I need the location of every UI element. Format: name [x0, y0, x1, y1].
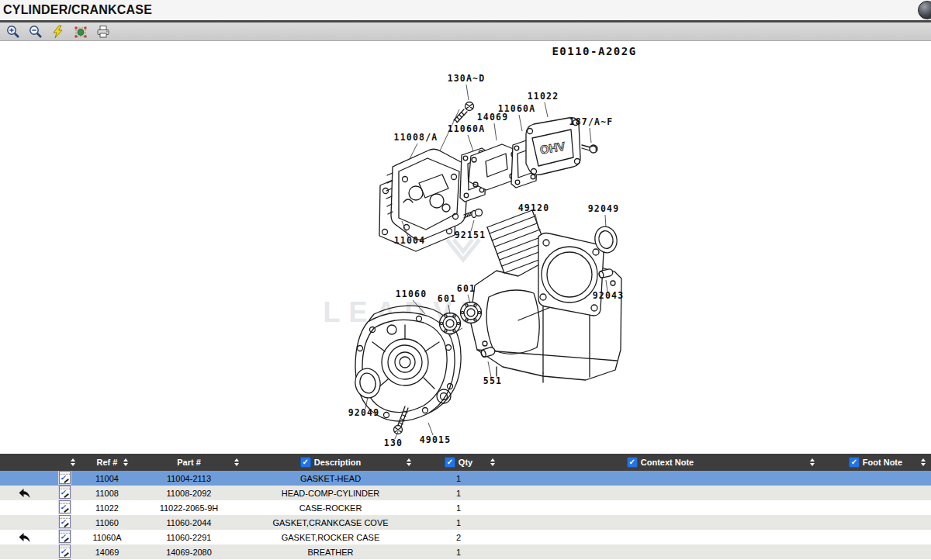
part-label[interactable]: 92151 [455, 230, 486, 240]
cell-part: 11060-2291 [133, 530, 244, 544]
column-label: Context Note [641, 458, 694, 467]
print-icon [96, 25, 110, 39]
cell-context [500, 515, 820, 530]
cell-foot [820, 500, 931, 515]
cell-desc: GASKET,ROCKER CASE [244, 530, 417, 544]
part-label[interactable]: 14069 [477, 112, 509, 123]
column-checkbox[interactable]: ✓ [445, 457, 455, 468]
table-row[interactable]: ✓ 1100811008-2092HEAD-COMP-CYLINDER1 [0, 486, 931, 500]
column-header-foot-note[interactable]: ✓Foot Note [820, 454, 931, 471]
leader-line [605, 215, 606, 227]
part-label[interactable]: 92049 [588, 203, 620, 214]
part-label[interactable]: 92049 [348, 407, 380, 418]
table-row[interactable]: ✓ 1106011060-2044GASKET,CRANKCASE COVE1 [0, 515, 931, 530]
cell-arrow [0, 530, 48, 544]
cell-arrow [0, 544, 48, 559]
part-label[interactable]: 130 [384, 437, 403, 448]
part-label[interactable]: 130A~D [448, 73, 486, 84]
notes-icon[interactable]: ✓ [59, 500, 71, 513]
image-hotspots-button[interactable] [73, 24, 88, 40]
part-cylinder-head[interactable] [386, 149, 468, 240]
leader-line [545, 102, 548, 117]
sort-arrows-icon[interactable] [407, 458, 411, 466]
diagram-code: E0110-A202G [552, 45, 636, 57]
table-row[interactable]: ✓ 1102211022-2065-9HCASE-ROCKER1 [0, 500, 931, 515]
cell-notes: ✓ [48, 544, 81, 559]
zoom-in-button[interactable] [5, 24, 21, 40]
table-row[interactable]: ✓ 1100411004-2113GASKET-HEAD1 [0, 471, 931, 486]
help-icon[interactable] [918, 1, 931, 19]
sort-arrows-icon[interactable] [71, 458, 75, 466]
column-header-blank[interactable] [0, 454, 81, 471]
column-label: Part # [177, 458, 201, 467]
part-bearing-601-b[interactable] [461, 302, 482, 323]
part-label[interactable]: 11060A [448, 123, 486, 134]
part-bearing-601-a[interactable] [440, 313, 461, 334]
cell-notes: ✓ [48, 530, 81, 544]
part-crankcase-cover[interactable] [355, 313, 455, 422]
notes-icon[interactable]: ✓ [59, 486, 71, 499]
column-header-part-[interactable]: Part # [133, 454, 244, 471]
column-header-context-note[interactable]: ✓Context Note [500, 454, 820, 471]
part-bolt-130[interactable] [454, 102, 474, 123]
cell-qty: 1 [417, 544, 500, 559]
table-row[interactable]: ✓ 1406914069-2080BREATHER1 [0, 544, 931, 559]
column-checkbox[interactable]: ✓ [849, 457, 860, 468]
cell-qty: 1 [417, 500, 500, 515]
part-bolt-187[interactable] [582, 145, 597, 153]
part-label[interactable]: 187/A~F [569, 116, 614, 127]
cell-ref: 11060A [81, 530, 133, 544]
cell-arrow [0, 486, 48, 500]
part-label[interactable]: 551 [483, 375, 502, 386]
sort-arrows-icon[interactable] [490, 458, 495, 466]
notes-icon[interactable]: ✓ [59, 530, 71, 543]
column-label: Foot Note [863, 458, 902, 467]
zoom-out-icon [29, 25, 43, 39]
cell-qty: 1 [417, 515, 500, 530]
leader-line [590, 128, 591, 143]
part-stud-92151[interactable] [464, 209, 483, 219]
cell-foot [820, 530, 931, 544]
cell-ref: 11022 [81, 500, 133, 515]
cell-arrow [0, 515, 48, 530]
column-header-ref-[interactable]: Ref # [81, 454, 133, 471]
column-checkbox[interactable]: ✓ [300, 457, 311, 468]
part-label[interactable]: 11060 [396, 289, 427, 299]
cell-part: 11060-2044 [133, 515, 244, 530]
part-label[interactable]: 601 [438, 293, 456, 304]
cell-part: 14069-2080 [133, 544, 244, 559]
table-row[interactable]: ✓ 11060A11060-2291GASKET,ROCKER CASE2 [0, 530, 931, 544]
sort-arrows-icon[interactable] [810, 458, 815, 466]
notes-icon[interactable]: ✓ [59, 471, 71, 484]
column-header-description[interactable]: ✓Description [244, 454, 417, 471]
print-button[interactable] [95, 24, 111, 40]
sort-arrows-icon[interactable] [234, 458, 239, 466]
column-header-qty[interactable]: ✓Qty [417, 454, 500, 471]
part-label[interactable]: 11004 [394, 235, 426, 246]
part-label[interactable]: 11022 [528, 91, 559, 102]
cell-desc: BREATHER [244, 544, 417, 559]
back-arrow-icon[interactable] [18, 488, 31, 499]
toolbar [0, 22, 931, 41]
cell-part: 11008-2092 [133, 486, 244, 500]
back-arrow-icon[interactable] [18, 532, 31, 543]
part-label[interactable]: 11008/A [394, 132, 438, 143]
part-label[interactable]: 92043 [593, 290, 625, 301]
notes-icon[interactable]: ✓ [59, 544, 71, 558]
sort-arrows-icon[interactable] [921, 458, 926, 466]
cell-foot [820, 544, 931, 559]
cell-qty: 1 [417, 486, 500, 500]
part-label[interactable]: 49015 [420, 434, 452, 445]
cell-ref: 11008 [81, 486, 133, 500]
cell-part: 11022-2065-9H [133, 500, 244, 515]
cell-foot [820, 471, 931, 486]
lightning-button[interactable] [50, 24, 66, 40]
column-checkbox[interactable]: ✓ [627, 457, 638, 468]
part-label[interactable]: 601 [457, 283, 476, 294]
sort-arrows-icon[interactable] [123, 458, 128, 466]
zoom-out-button[interactable] [28, 24, 43, 40]
cell-desc: GASKET-HEAD [244, 471, 417, 486]
part-label[interactable]: 49120 [518, 202, 550, 213]
notes-icon[interactable]: ✓ [59, 515, 71, 528]
leader-line [488, 361, 491, 377]
